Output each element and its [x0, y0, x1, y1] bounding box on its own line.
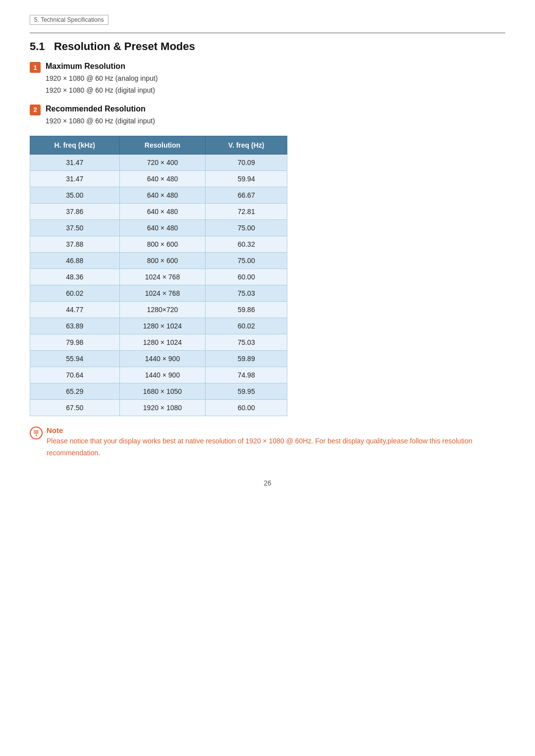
note-icon-inner	[34, 431, 39, 436]
table-row: 37.50640 × 48075.00	[30, 220, 287, 236]
table-row: 46.88800 × 60075.00	[30, 253, 287, 269]
page-number: 26	[30, 479, 505, 487]
col-hfreq: H. freq (kHz)	[30, 136, 120, 155]
note-icon-dot	[36, 434, 37, 436]
cell-5-0: 37.88	[30, 236, 120, 253]
section-divider	[30, 33, 505, 33]
cell-2-1: 640 × 480	[119, 187, 206, 204]
cell-10-2: 60.02	[206, 318, 287, 334]
cell-7-1: 1024 × 768	[119, 269, 206, 285]
note-section: Note Please notice that your display wor…	[30, 426, 505, 459]
cell-15-0: 67.50	[30, 400, 120, 416]
cell-6-0: 46.88	[30, 253, 120, 269]
note-text: Please notice that your display works be…	[47, 435, 505, 459]
table-row: 70.641440 × 90074.98	[30, 367, 287, 383]
cell-1-1: 640 × 480	[119, 171, 206, 187]
badge-1: 1	[30, 62, 41, 73]
note-content: Note Please notice that your display wor…	[47, 426, 505, 459]
cell-3-2: 72.81	[206, 204, 287, 220]
cell-7-2: 60.00	[206, 269, 287, 285]
cell-13-1: 1440 × 900	[119, 367, 206, 383]
cell-2-2: 66.67	[206, 187, 287, 204]
subsection-1-line-2: 1920 × 1080 @ 60 Hz (digital input)	[46, 85, 505, 97]
subsection-recommended-resolution: 2 Recommended Resolution 1920 × 1080 @ 6…	[30, 105, 505, 127]
cell-8-2: 75.03	[206, 285, 287, 302]
subsection-2-line-1: 1920 × 1080 @ 60 Hz (digital input)	[46, 115, 505, 127]
cell-9-1: 1280×720	[119, 302, 206, 318]
table-row: 37.88800 × 60060.32	[30, 236, 287, 253]
cell-8-0: 60.02	[30, 285, 120, 302]
cell-0-0: 31.47	[30, 155, 120, 171]
table-row: 60.021024 × 76875.03	[30, 285, 287, 302]
cell-1-0: 31.47	[30, 171, 120, 187]
cell-6-1: 800 × 600	[119, 253, 206, 269]
note-icon-line-1	[34, 431, 39, 432]
cell-0-1: 720 × 400	[119, 155, 206, 171]
cell-14-2: 59.95	[206, 383, 287, 400]
cell-14-1: 1680 × 1050	[119, 383, 206, 400]
cell-9-0: 44.77	[30, 302, 120, 318]
subsection-2-content: Recommended Resolution 1920 × 1080 @ 60 …	[46, 105, 505, 127]
cell-2-0: 35.00	[30, 187, 120, 204]
cell-6-2: 75.00	[206, 253, 287, 269]
cell-4-1: 640 × 480	[119, 220, 206, 236]
cell-5-1: 800 × 600	[119, 236, 206, 253]
cell-0-2: 70.09	[206, 155, 287, 171]
cell-12-1: 1440 × 900	[119, 351, 206, 367]
cell-13-2: 74.98	[206, 367, 287, 383]
cell-9-2: 59.86	[206, 302, 287, 318]
cell-12-0: 55.94	[30, 351, 120, 367]
col-resolution: Resolution	[119, 136, 206, 155]
note-label: Note	[47, 426, 63, 434]
breadcrumb: 5. Technical Specifications	[30, 15, 108, 25]
table-row: 67.501920 × 108060.00	[30, 400, 287, 416]
subsection-1-heading: Maximum Resolution	[46, 62, 505, 71]
table-row: 44.771280×72059.86	[30, 302, 287, 318]
table-row: 35.00640 × 48066.67	[30, 187, 287, 204]
note-icon-line-2	[34, 432, 39, 433]
cell-3-1: 640 × 480	[119, 204, 206, 220]
cell-15-1: 1920 × 1080	[119, 400, 206, 416]
section-heading: Resolution & Preset Modes	[54, 40, 195, 53]
subsection-1-content: Maximum Resolution 1920 × 1080 @ 60 Hz (…	[46, 62, 505, 97]
subsection-2-heading: Recommended Resolution	[46, 105, 505, 113]
note-icon	[30, 427, 43, 439]
cell-11-2: 75.03	[206, 334, 287, 351]
section-title: 5.1 Resolution & Preset Modes	[30, 40, 505, 53]
cell-14-0: 65.29	[30, 383, 120, 400]
subsection-1-line-1: 1920 × 1080 @ 60 Hz (analog input)	[46, 73, 505, 85]
cell-1-2: 59.94	[206, 171, 287, 187]
cell-11-1: 1280 × 1024	[119, 334, 206, 351]
table-row: 55.941440 × 90059.89	[30, 351, 287, 367]
cell-4-2: 75.00	[206, 220, 287, 236]
cell-13-0: 70.64	[30, 367, 120, 383]
cell-8-1: 1024 × 768	[119, 285, 206, 302]
cell-7-0: 48.36	[30, 269, 120, 285]
table-header-row: H. freq (kHz) Resolution V. freq (Hz)	[30, 136, 287, 155]
cell-3-0: 37.86	[30, 204, 120, 220]
cell-12-2: 59.89	[206, 351, 287, 367]
table-row: 31.47640 × 48059.94	[30, 171, 287, 187]
col-vfreq: V. freq (Hz)	[206, 136, 287, 155]
preset-table: H. freq (kHz) Resolution V. freq (Hz) 31…	[30, 136, 287, 416]
table-row: 31.47720 × 40070.09	[30, 155, 287, 171]
badge-2: 2	[30, 105, 41, 115]
cell-10-1: 1280 × 1024	[119, 318, 206, 334]
cell-5-2: 60.32	[206, 236, 287, 253]
table-row: 48.361024 × 76860.00	[30, 269, 287, 285]
table-row: 37.86640 × 48072.81	[30, 204, 287, 220]
table-row: 63.891280 × 102460.02	[30, 318, 287, 334]
table-row: 65.291680 × 105059.95	[30, 383, 287, 400]
table-body: 31.47720 × 40070.0931.47640 × 48059.9435…	[30, 155, 287, 416]
cell-10-0: 63.89	[30, 318, 120, 334]
subsection-max-resolution: 1 Maximum Resolution 1920 × 1080 @ 60 Hz…	[30, 62, 505, 97]
cell-15-2: 60.00	[206, 400, 287, 416]
section-number: 5.1	[30, 40, 45, 53]
table-row: 79.981280 × 102475.03	[30, 334, 287, 351]
cell-4-0: 37.50	[30, 220, 120, 236]
table-header: H. freq (kHz) Resolution V. freq (Hz)	[30, 136, 287, 155]
cell-11-0: 79.98	[30, 334, 120, 351]
